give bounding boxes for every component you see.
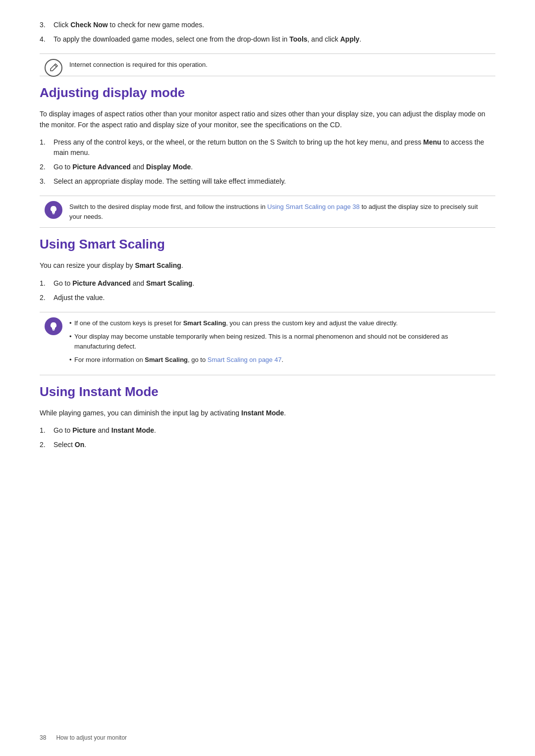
smart-scaling-section: Using Smart Scaling You can resize your … — [40, 237, 495, 375]
instant-mode-heading: Using Instant Mode — [40, 384, 495, 400]
adjusting-step-3: 3. Select an appropriate display mode. T… — [40, 176, 495, 187]
smart-scaling-bold-step: Smart Scaling — [146, 279, 192, 287]
instant-mode-steps: 1. Go to Picture and Instant Mode. 2. Se… — [40, 425, 495, 450]
ss-step-num-2: 2. — [40, 293, 54, 303]
step-num-1: 1. — [40, 137, 54, 158]
smart-scaling-tips-list: If one of the custom keys is preset for … — [69, 318, 487, 365]
list-num-4: 4. — [40, 34, 54, 45]
adjusting-steps: 1. Press any of the control keys, or the… — [40, 137, 495, 187]
display-mode-bold: Display Mode — [146, 163, 191, 171]
list-content-3: Click Check Now to check for new game mo… — [54, 20, 495, 30]
im-step-content-1: Go to Picture and Instant Mode. — [54, 425, 495, 436]
svg-rect-1 — [52, 212, 55, 213]
adjusting-tip-text: Switch to the desired display mode first… — [69, 203, 478, 220]
footer-chapter: How to adjust your monitor — [56, 734, 127, 741]
top-list: 3. Click Check Now to check for new game… — [40, 20, 495, 45]
on-bold: On — [75, 441, 84, 449]
smart-scaling-step-2: 2. Adjust the value. — [40, 293, 495, 303]
picture-advanced-bold-ss: Picture Advanced — [72, 279, 131, 287]
im-step-num-1: 1. — [40, 425, 54, 436]
ss-tip-2: Your display may become unstable tempora… — [69, 332, 487, 351]
svg-rect-3 — [52, 329, 55, 330]
smart-scaling-intro: You can resize your display by Smart Sca… — [40, 260, 495, 271]
page-footer: 38 How to adjust your monitor — [40, 734, 127, 741]
list-item-4: 4. To apply the downloaded game modes, s… — [40, 34, 495, 45]
step-content-1: Press any of the control keys, or the wh… — [54, 137, 495, 158]
smart-scaling-tip-box: If one of the custom keys is preset for … — [40, 312, 495, 375]
smart-scaling-bold-intro: Smart Scaling — [135, 261, 181, 269]
step-num-3: 3. — [40, 176, 54, 187]
instant-mode-section: Using Instant Mode While playing games, … — [40, 384, 495, 450]
apply-bold: Apply — [340, 35, 360, 43]
smart-scaling-link-2[interactable]: Smart Scaling on page 47 — [208, 356, 282, 363]
check-now-bold: Check Now — [70, 21, 107, 29]
adjusting-section: Adjusting display mode To display images… — [40, 85, 495, 228]
page-container: 3. Click Check Now to check for new game… — [0, 0, 535, 497]
instant-step-1: 1. Go to Picture and Instant Mode. — [40, 425, 495, 436]
instant-mode-intro: While playing games, you can diminish th… — [40, 407, 495, 418]
adjusting-step-2: 2. Go to Picture Advanced and Display Mo… — [40, 162, 495, 172]
menu-bold: Menu — [423, 138, 441, 146]
adjusting-tip-box: Switch to the desired display mode first… — [40, 196, 495, 228]
step-num-2: 2. — [40, 162, 54, 172]
svg-rect-2 — [53, 213, 54, 214]
ss-tip-1: If one of the custom keys is preset for … — [69, 318, 487, 328]
instant-mode-bold-step: Instant Mode — [111, 426, 154, 434]
ss-tip-bold-3: Smart Scaling — [145, 356, 188, 363]
smart-scaling-steps: 1. Go to Picture Advanced and Smart Scal… — [40, 278, 495, 303]
step-content-2: Go to Picture Advanced and Display Mode. — [54, 162, 495, 172]
smart-scaling-link-1[interactable]: Using Smart Scaling on page 38 — [268, 203, 360, 210]
adjusting-heading: Adjusting display mode — [40, 85, 495, 101]
adjusting-intro: To display images of aspect ratios other… — [40, 108, 495, 131]
svg-rect-4 — [53, 330, 54, 331]
instant-step-2: 2. Select On. — [40, 440, 495, 450]
smart-scaling-step-1: 1. Go to Picture Advanced and Smart Scal… — [40, 278, 495, 289]
internet-note-text: Internet connection is required for this… — [69, 61, 208, 68]
picture-advanced-bold: Picture Advanced — [72, 163, 131, 171]
adjusting-step-1: 1. Press any of the control keys, or the… — [40, 137, 495, 158]
pencil-icon — [45, 59, 62, 77]
tip-icon-1 — [45, 201, 62, 219]
ss-tip-bold-1: Smart Scaling — [183, 319, 226, 327]
list-num-3: 3. — [40, 20, 54, 30]
list-item-3: 3. Click Check Now to check for new game… — [40, 20, 495, 30]
picture-bold-im: Picture — [72, 426, 96, 434]
step-content-3: Select an appropriate display mode. The … — [54, 176, 495, 187]
list-content-4: To apply the downloaded game modes, sele… — [54, 34, 495, 45]
tip-icon-2 — [45, 317, 62, 335]
instant-mode-bold: Instant Mode — [241, 409, 284, 417]
internet-note-box: Internet connection is required for this… — [40, 53, 495, 76]
im-step-content-2: Select On. — [54, 440, 495, 450]
footer-page-number: 38 — [40, 734, 46, 741]
ss-tip-3: For more information on Smart Scaling, g… — [69, 355, 487, 365]
ss-step-num-1: 1. — [40, 278, 54, 289]
ss-step-content-1: Go to Picture Advanced and Smart Scaling… — [54, 278, 495, 289]
im-step-num-2: 2. — [40, 440, 54, 450]
smart-scaling-heading: Using Smart Scaling — [40, 237, 495, 252]
tools-bold: Tools — [289, 35, 307, 43]
ss-step-content-2: Adjust the value. — [54, 293, 495, 303]
